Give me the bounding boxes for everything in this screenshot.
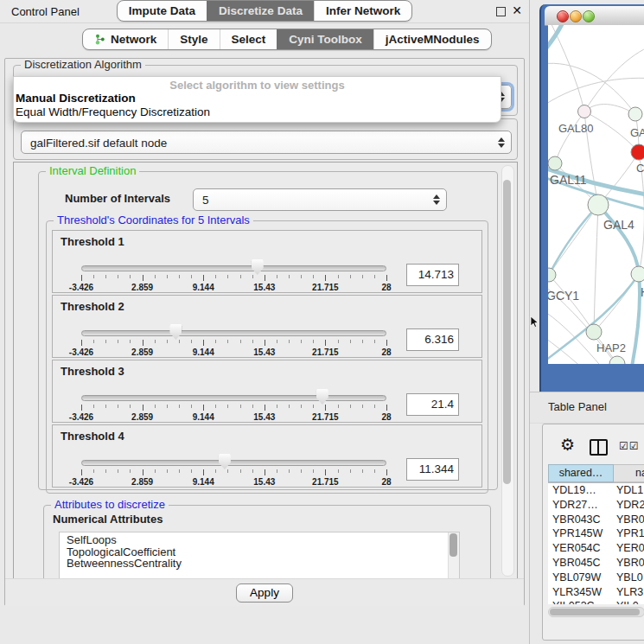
attributes-list[interactable]: SelfLoopsTopologicalCoefficientBetweenne… [59,532,460,579]
threshold-value-field[interactable]: 6.316 [406,328,459,351]
table-row[interactable]: YIL053CYIL0 [548,599,644,604]
table-row[interactable]: YDR27…YDR2 [548,498,644,513]
cyni-toolbox-panel: Discretization Algorithm Select algorith… [4,58,525,606]
tick-label: 2.859 [131,283,153,292]
network-node[interactable] [548,156,562,170]
table-horizontal-scrollbar[interactable] [548,607,644,617]
tick-mark [289,340,290,343]
threshold-slider[interactable]: -3.4262.8599.14415.4321.71528 [81,327,386,356]
network-node[interactable] [586,324,602,340]
slider-ticks [81,340,386,347]
network-canvas[interactable]: GAL80GACGAL11GAL4GCY1HHAP2 [548,25,644,364]
tab-impute-data[interactable]: Impute Data [118,1,207,21]
slider-thumb[interactable] [316,389,328,405]
scrollbar-thumb[interactable] [503,180,511,484]
tab-discretize-data[interactable]: Discretize Data [207,1,314,21]
table-row[interactable]: YLR345WYLR3 [548,585,644,600]
tab-jactivemnodules[interactable]: jActiveMNodules [373,29,491,49]
table-row[interactable]: YBL079WYBL0 [548,571,644,585]
threshold-value-field[interactable]: 11.344 [406,458,459,481]
threshold-slider[interactable]: -3.4262.8599.14415.4321.71528 [81,456,386,486]
network-node[interactable] [631,144,644,160]
table-row[interactable]: YER054CYER0 [548,541,644,556]
tab-infer-network[interactable]: Infer Network [314,1,411,21]
gear-icon[interactable]: ⚙ [560,437,575,453]
tick-mark [313,275,314,278]
network-node[interactable] [588,194,609,215]
tab-cyni-toolbox[interactable]: Cyni Toolbox [277,29,373,49]
tick-mark [265,340,265,346]
float-window-icon[interactable] [496,7,506,16]
attributes-list-scrollbar[interactable] [448,532,459,579]
cell-shared-name: YBL079W [548,571,614,585]
tick-mark [155,340,156,343]
table-header-row: shared… na [548,464,644,483]
cell-name: YPR1 [614,526,644,541]
close-traffic-light[interactable] [557,10,569,22]
dropdown-option-manual-discretization[interactable]: Manual Discretization [14,92,501,105]
minimize-traffic-light[interactable] [570,10,582,22]
tick-mark [350,469,351,473]
network-window-titlebar [545,6,644,26]
tick-mark [118,275,118,278]
table-row[interactable]: YDL19…YDL1 [548,483,644,498]
tick-mark [252,405,253,408]
tick-mark [350,405,351,408]
tab-network[interactable]: Network [83,29,168,49]
attribute-item-betweennesscentrality[interactable]: BetweennessCentrality [60,558,459,570]
table-row[interactable]: YBR045CYBR0 [548,556,644,571]
slider-thumb[interactable] [252,259,264,275]
network-node[interactable] [548,268,556,282]
num-intervals-select[interactable]: 5 [193,188,447,211]
slider-thumb[interactable] [219,454,231,469]
scrollbar-thumb[interactable] [550,609,640,615]
select-columns-icon[interactable]: ☑☑ [619,440,640,452]
tick-label: 15.43 [253,283,275,292]
tick-mark [118,340,118,343]
tick-mark [301,405,302,408]
apply-row: Apply [5,578,524,606]
tick-mark [252,275,253,278]
column-header-name[interactable]: na [614,464,644,482]
split-columns-icon[interactable] [590,439,608,456]
attribute-item-selfloops[interactable]: SelfLoops [60,534,459,546]
cell-shared-name: YBR045C [548,556,614,571]
table-data-select[interactable]: galFiltered.sif default node [21,131,512,154]
network-node[interactable] [578,105,591,118]
algorithm-dropdown-popup: Select algorithm to view settings Manual… [13,76,501,123]
threshold-slider[interactable]: -3.4262.8599.14415.4321.71528 [81,262,386,291]
zoom-traffic-light[interactable] [583,10,595,22]
threshold-value-field[interactable]: 14.713 [406,264,459,286]
group-title: Threshold's Coordinates for 5 Intervals [54,214,253,226]
tick-mark [93,405,94,408]
close-icon[interactable]: ✕ [512,3,522,17]
attribute-item-topologicalcoefficient[interactable]: TopologicalCoefficient [60,546,459,558]
tick-mark [203,469,204,475]
tick-mark [362,469,363,473]
slider-thumb[interactable] [169,324,182,340]
tick-mark [301,275,302,278]
tick-mark [362,275,363,278]
threshold-slider[interactable]: -3.4262.8599.14415.4321.71528 [81,392,386,421]
settings-vertical-scrollbar[interactable] [501,165,514,577]
apply-button[interactable]: Apply [236,583,293,603]
network-node[interactable] [628,107,642,121]
tick-mark [313,405,314,408]
tick-label: 21.715 [312,283,339,292]
scrollbar-thumb[interactable] [450,533,457,557]
tick-mark [81,275,82,281]
tab-select[interactable]: Select [220,29,277,49]
table-row[interactable]: YBR043CYBR0 [548,513,644,527]
tick-mark [215,405,216,408]
network-node[interactable] [609,356,625,364]
column-header-shared-name[interactable]: shared… [548,464,614,482]
slider-tick-labels: -3.4262.8599.14415.4321.71528 [81,348,386,357]
threshold-panel-threshold-4: Threshold 4-3.4262.8599.14415.4321.71528… [52,424,482,488]
network-node[interactable] [631,266,644,282]
threshold-value-field[interactable]: 21.4 [406,393,459,416]
top-tab-bar: NetworkStyleSelectCyni ToolboxjActiveMNo… [82,29,492,50]
combo-stepper-icon [498,137,505,148]
tab-style[interactable]: Style [168,29,219,49]
dropdown-option-equal-width-frequency-discretization[interactable]: Equal Width/Frequency Discretization [14,105,501,119]
table-row[interactable]: YPR145WYPR1 [548,526,644,541]
